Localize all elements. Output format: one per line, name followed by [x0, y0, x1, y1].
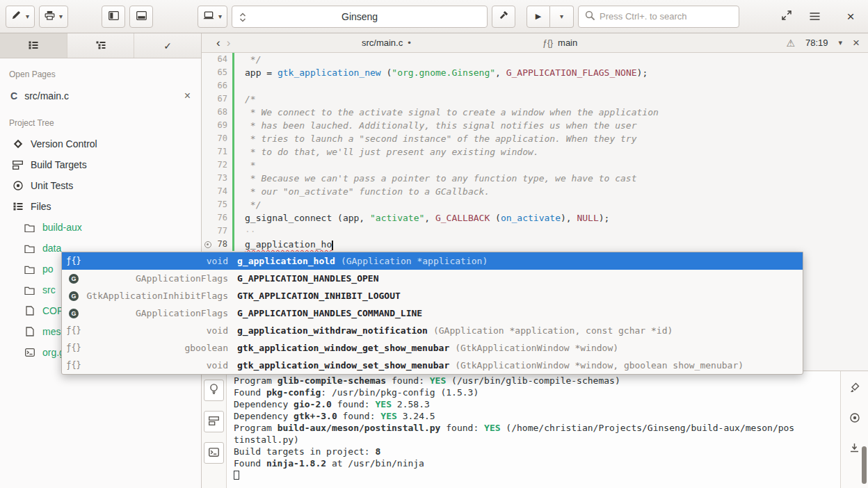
line-number-gutter: 72	[202, 158, 232, 172]
code-line-76[interactable]: 76g_signal_connect (app, "activate", G_C…	[202, 211, 868, 225]
code-line-70[interactable]: 70 * tries to launch a "second instance"…	[202, 132, 868, 145]
terminal-button[interactable]	[204, 442, 224, 464]
code-segment: * We connect to the activate signal to c…	[245, 107, 659, 117]
code-segment: on_activate	[501, 213, 561, 223]
code-line-67[interactable]: 67/*	[202, 92, 868, 106]
nav-forward-icon[interactable]: ›	[227, 37, 237, 49]
edit-mode-dropdown[interactable]: ▾	[6, 6, 35, 28]
warning-icon[interactable]: ⚠	[786, 38, 795, 49]
code-line-72[interactable]: 72 *	[202, 158, 868, 172]
tab-project-tree[interactable]	[67, 33, 135, 58]
output-segment: Program	[234, 423, 278, 433]
completion-return-type: void	[86, 252, 237, 270]
left-panel-icon	[108, 10, 119, 23]
code-line-68[interactable]: 68 * We connect to the activate signal t…	[202, 106, 868, 119]
completion-name: g_application_withdraw_notification	[237, 322, 428, 339]
code-line-74[interactable]: 74 * our "on_activate" function to a GCa…	[202, 185, 868, 198]
build-button[interactable]	[492, 6, 515, 28]
menu-button[interactable]	[803, 6, 826, 28]
code-segment: G_CALLBACK	[435, 213, 490, 223]
code-segment: g_signal_connect (app,	[245, 213, 370, 223]
close-document-icon[interactable]: ×	[853, 36, 860, 50]
output-line: Program build-aux/meson/postinstall.py f…	[234, 422, 833, 434]
current-function[interactable]: main	[558, 38, 577, 48]
chevron-down-icon[interactable]: ▾	[839, 38, 843, 47]
run-button[interactable]: ▶	[527, 6, 550, 28]
code-text	[234, 79, 245, 92]
tab-open-pages[interactable]	[0, 33, 67, 58]
toggle-bottom-panel-button[interactable]	[129, 6, 153, 28]
document-title[interactable]: src/main.c	[362, 38, 403, 48]
sidebar-tab-switcher: ✓	[0, 33, 201, 58]
scrollbar-thumb[interactable]	[862, 446, 867, 484]
code-segment: ,	[424, 213, 435, 223]
build-output-log[interactable]: Program glib-compile-schemas found: YES …	[227, 371, 840, 488]
tree-item-version-control[interactable]: Version Control	[0, 133, 201, 154]
code-segment: * to do that, we'll just present any exi…	[245, 147, 539, 157]
file-icon	[24, 306, 35, 316]
open-pages-label: Open Pages	[0, 58, 201, 85]
function-icon: ƒ{}	[62, 322, 86, 339]
global-search[interactable]	[578, 6, 739, 28]
completion-return-type: GApplicationFlags	[86, 304, 237, 322]
code-line-73[interactable]: 73 * Because we can't pass a pointer to …	[202, 172, 868, 185]
current-line-target-icon[interactable]	[204, 241, 211, 248]
run-options-dropdown[interactable]: ▾	[550, 6, 574, 28]
laptop-icon	[203, 10, 214, 23]
tree-item-label: Files	[31, 201, 51, 212]
tab-todos[interactable]: ✓	[134, 33, 201, 58]
line-number: 76	[218, 211, 227, 225]
output-line: Program glib-compile-schemas found: YES …	[234, 375, 833, 387]
fullscreen-button[interactable]	[775, 6, 798, 28]
run-button-group: ▶ ▾	[527, 6, 574, 28]
code-line-64[interactable]: 64 */	[202, 53, 868, 66]
output-segment: 3.24.5	[397, 411, 435, 421]
code-text: */	[234, 53, 261, 66]
target-icon[interactable]	[850, 413, 860, 425]
tree-item-unit-tests[interactable]: Unit Tests	[0, 175, 201, 196]
completion-item[interactable]: GGtkApplicationInhibitFlagsGTK_APPLICATI…	[62, 287, 803, 304]
close-page-icon[interactable]: ×	[184, 90, 191, 102]
completion-item[interactable]: GGApplicationFlagsG_APPLICATION_HANDLES_…	[62, 270, 803, 287]
print-dropdown[interactable]: ▾	[39, 6, 68, 28]
code-line-65[interactable]: 65app = gtk_application_new ("org.gnome.…	[202, 66, 868, 79]
tree-item-build-aux[interactable]: build-aux	[0, 217, 201, 238]
build-output-button[interactable]	[204, 411, 224, 432]
search-input[interactable]	[600, 11, 732, 22]
code-line-71[interactable]: 71 * to do that, we'll just present any …	[202, 145, 868, 158]
code-line-75[interactable]: 75 */	[202, 198, 868, 211]
completion-name: gtk_application_window_get_show_menubar	[237, 339, 449, 357]
nav-back-icon[interactable]: ‹	[210, 37, 227, 49]
code-line-66[interactable]: 66	[202, 79, 868, 92]
code-text: */	[234, 198, 261, 211]
completion-item[interactable]: ƒ{}voidgtk_application_window_set_show_m…	[62, 357, 803, 374]
line-number: 77	[218, 225, 227, 238]
completion-item[interactable]: ƒ{}voidg_application_withdraw_notificati…	[62, 322, 803, 339]
line-number-gutter: 70	[202, 132, 232, 145]
open-page-item[interactable]: C src/main.c ×	[0, 85, 201, 107]
code-line-78[interactable]: 78g_application_ho	[202, 238, 868, 251]
tree-item-files[interactable]: Files	[0, 196, 201, 217]
brush-icon[interactable]	[850, 382, 860, 396]
printer-icon	[45, 10, 55, 23]
output-segment: Found	[234, 458, 266, 469]
omnibar[interactable]: Ginseng	[232, 6, 488, 28]
download-icon[interactable]	[850, 443, 859, 455]
completion-item[interactable]: GGApplicationFlagsG_APPLICATION_HANDLES_…	[62, 304, 803, 322]
completion-name: gtk_application_window_set_show_menubar	[237, 357, 449, 374]
window-close-button[interactable]: ×	[839, 6, 862, 28]
tree-item-label: po	[42, 263, 54, 275]
builder-window: ▾ ▾ ▾ Ginseng ▶ ▾	[0, 0, 868, 488]
output-segment: found:	[440, 423, 484, 433]
bottom-panel-switcher	[202, 371, 227, 488]
code-line-77[interactable]: 77··	[202, 225, 868, 238]
code-line-69[interactable]: 69 * has been lauched. Additionally, thi…	[202, 119, 868, 132]
device-dropdown[interactable]: ▾	[198, 6, 227, 28]
diagnostics-button[interactable]	[204, 380, 224, 401]
completion-item[interactable]: ƒ{}gbooleangtk_application_window_get_sh…	[62, 339, 803, 357]
line-number-gutter: 68	[202, 106, 232, 119]
line-number-gutter: 78	[202, 238, 232, 251]
tree-item-build-targets[interactable]: Build Targets	[0, 154, 201, 175]
toggle-left-panel-button[interactable]	[102, 6, 125, 28]
completion-item[interactable]: ƒ{}voidg_application_hold(GApplication *…	[62, 252, 803, 270]
